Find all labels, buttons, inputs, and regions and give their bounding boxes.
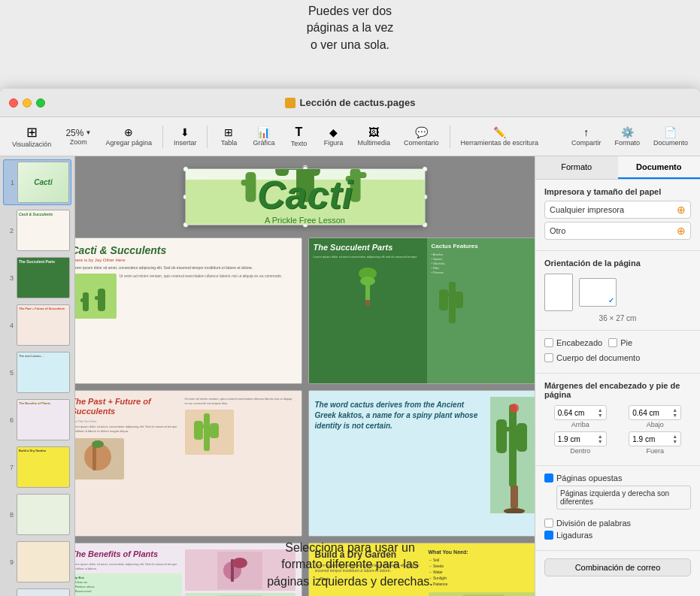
toolbar-figura[interactable]: ◆ Figura: [317, 124, 350, 150]
page-tile-past-future[interactable]: The Past + Future of Succulents How This…: [75, 390, 302, 537]
margin-abajo-value: 0.64 cm: [632, 409, 659, 417]
tab-formato[interactable]: Formato: [535, 156, 618, 179]
sidebar-page-9[interactable]: 9: [3, 540, 71, 584]
margin-fuera-input[interactable]: 1.9 cm ▲ ▼: [629, 431, 681, 446]
dg-list: → Soil→ Seeds→ Water→ Sunlight→ Patience: [429, 557, 535, 587]
stepper-down-4[interactable]: ▼: [672, 439, 677, 444]
stepper-up-3[interactable]: ▲: [598, 434, 603, 439]
sidebar-page-8[interactable]: 8: [3, 492, 71, 537]
sidebar-page-10[interactable]: 10: [3, 587, 71, 596]
division-checkbox[interactable]: [544, 519, 553, 528]
encabezado-checkbox[interactable]: [544, 338, 553, 347]
page-thumb-9: [17, 541, 70, 582]
sidebar-page-5[interactable]: 5 The word cactus...: [3, 350, 71, 395]
pages-grid: Cacti & Succulents There is by Jay Other…: [75, 237, 535, 596]
printer-arrow-2: ⊕: [677, 225, 686, 237]
documento-label: Documento: [653, 139, 688, 147]
sidebar-page-3[interactable]: 3 The Succulent Parts: [3, 256, 71, 300]
sidebar-page-6[interactable]: 6 The Benefits of Plants: [3, 398, 71, 442]
tab-documento[interactable]: Documento: [618, 156, 701, 179]
sidebar-page-4[interactable]: 4 The Past + Future of Succulents: [3, 303, 71, 347]
margin-abajo-input[interactable]: 0.64 cm ▲ ▼: [629, 405, 681, 420]
insertar-icon: ⬇: [180, 127, 189, 138]
herramientas-label: Herramientas de escritura: [461, 139, 539, 147]
ligaduras-checkbox[interactable]: [544, 531, 553, 540]
margin-arriba-stepper[interactable]: ▲ ▼: [598, 407, 603, 418]
toolbar-zoom[interactable]: 25% ▼ Zoom: [59, 125, 98, 149]
toolbar-documento[interactable]: 📄 Documento: [647, 124, 694, 150]
printer-select-2[interactable]: Otro ⊕: [544, 222, 691, 240]
maximize-button[interactable]: [36, 98, 45, 107]
title-bar-center: Lección de cactus.pages: [285, 97, 416, 108]
bp-img2: [185, 593, 295, 596]
page-thumb-2: Cacti & Succulents: [17, 210, 70, 251]
sidebar-page-2[interactable]: 2 Cacti & Succulents: [3, 208, 71, 253]
sidebar-page-1[interactable]: 1 Cacti: [3, 159, 71, 205]
printer-select-1[interactable]: Cualquier impresora ⊕: [544, 201, 691, 219]
stepper-up-4[interactable]: ▲: [672, 434, 677, 439]
pie-checkbox[interactable]: [608, 338, 617, 347]
toolbar-herramientas[interactable]: ✏️ Herramientas de escritura: [455, 124, 545, 150]
tab-formato-label: Formato: [561, 162, 592, 171]
margin-abajo-stepper[interactable]: ▲ ▼: [672, 407, 677, 418]
paginas-opuestas-checkbox[interactable]: [544, 473, 553, 483]
stepper-down[interactable]: ▼: [598, 413, 603, 418]
wc-body: The word cactus derives from the Ancient…: [315, 400, 487, 431]
svg-rect-23: [454, 292, 463, 308]
margin-dentro-input[interactable]: 1.9 cm ▲ ▼: [554, 431, 607, 446]
sidebar-page-7[interactable]: 7 Build a Dry Garden: [3, 445, 71, 489]
toolbar-tabla[interactable]: ⊞ Tabla: [212, 124, 245, 150]
page-tile-benefits[interactable]: The Benefits of Plants Lorem ipsum dolor…: [75, 543, 302, 596]
page-thumb-3: The Succulent Parts: [17, 257, 70, 298]
page-tile-cacti-succulents[interactable]: Cacti & Succulents There is by Jay Other…: [75, 237, 302, 384]
orientation-portrait[interactable]: [544, 274, 573, 311]
page-thumb-6: The Benefits of Plants: [17, 399, 70, 440]
formato-label: Formato: [614, 139, 640, 147]
page-thumb-1: Cacti: [17, 162, 69, 203]
margin-arriba-label: Arriba: [571, 421, 589, 428]
page-number-3: 3: [5, 274, 14, 282]
cs-body2: Ut enim ad minim veniam, quis nostrud ex…: [120, 274, 295, 319]
svg-point-44: [232, 558, 247, 568]
orientation-landscape[interactable]: ✓: [579, 278, 617, 307]
toolbar-texto[interactable]: T Texto: [282, 123, 315, 150]
margin-arriba-input[interactable]: 0.64 cm ▲ ▼: [554, 405, 607, 420]
toolbar-visualizacion[interactable]: ⊞ Visualización: [6, 123, 57, 151]
tooltip-line2: páginas a la vez: [307, 21, 394, 34]
page-number-5: 5: [5, 369, 14, 377]
printer-section: Impresora y tamaño del papel Cualquier i…: [535, 180, 700, 251]
toolbar-compartir[interactable]: ↑ Compartir: [565, 124, 608, 150]
toolbar-agregar-pagina[interactable]: ⊕ Agregar página: [99, 124, 158, 150]
stepper-up-2[interactable]: ▲: [672, 407, 677, 413]
toolbar-grafica[interactable]: 📊 Gráfica: [247, 124, 280, 150]
mail-merge-label: Combinación de correo: [575, 563, 661, 572]
svg-rect-31: [194, 421, 203, 440]
margin-fuera-stepper[interactable]: ▲ ▼: [672, 434, 677, 444]
minimize-button[interactable]: [23, 98, 32, 107]
toolbar-multimedia[interactable]: 🖼 Multimedia: [351, 124, 396, 150]
toolbar-insertar[interactable]: ⬇ Insertar: [168, 124, 203, 150]
texto-icon: T: [295, 126, 303, 138]
active-page[interactable]: Cacti A Prickle Free Lesson: [185, 168, 426, 225]
cuerpo-checkbox[interactable]: [544, 353, 553, 362]
toolbar-formato[interactable]: ⚙️ Formato: [608, 124, 646, 150]
page-canvas[interactable]: Cacti A Prickle Free Lesson Cacti & Succ…: [75, 156, 535, 596]
toolbar-divider-1: [162, 126, 163, 148]
page-sidebar[interactable]: 1 Cacti 2 Cacti & Succulents 3 The Succu…: [0, 156, 75, 596]
page-tile-word-cactus[interactable]: The word cactus derives from the Ancient…: [308, 390, 535, 537]
page-tile-dry-garden[interactable]: Build a Dry Garden Lorem ipsum dolor sit…: [308, 543, 535, 596]
mail-merge-button[interactable]: Combinación de correo: [544, 558, 691, 576]
stepper-down-2[interactable]: ▼: [672, 413, 677, 418]
stepper-up[interactable]: ▲: [598, 407, 603, 413]
main-window: Lección de cactus.pages ⊞ Visualización …: [0, 89, 700, 596]
margins-title: Márgenes del encabezado y pie de página: [544, 381, 691, 399]
margin-dentro-stepper[interactable]: ▲ ▼: [598, 434, 603, 444]
sp-cactus-img: [432, 278, 535, 330]
close-button[interactable]: [9, 98, 18, 107]
division-label: División de palabras: [556, 519, 631, 528]
page-tile-succulent-parts[interactable]: The Succulent Parts Lorem ipsum dolor si…: [308, 237, 535, 384]
svg-rect-13: [80, 298, 88, 302]
toolbar-comentario[interactable]: 💬 Comentario: [398, 124, 445, 150]
wc-text: The word cactus derives from the Ancient…: [315, 397, 487, 431]
stepper-down-3[interactable]: ▼: [598, 439, 603, 444]
